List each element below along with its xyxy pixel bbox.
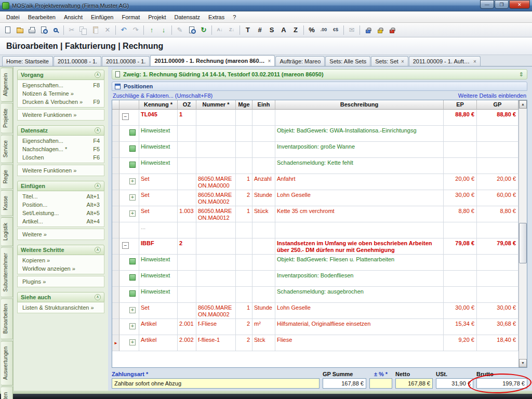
row-selector[interactable]: [112, 110, 119, 126]
table-row-11[interactable]: HinweistextSchadensmeldung: ausgebrochen: [112, 287, 518, 303]
vat-field[interactable]: 31,90 €: [436, 378, 473, 389]
hint-icon[interactable]: [129, 129, 136, 136]
cell-ep[interactable]: 20,00 €: [444, 174, 477, 190]
panel-header[interactable]: Einfügen∧: [17, 181, 104, 191]
table-row-4[interactable]: +Set86050.MAREON.MA00001AnzahlAnfahrt20,…: [112, 174, 518, 190]
vtab-regie[interactable]: Regie: [1, 164, 13, 189]
cell-oz[interactable]: 1: [178, 110, 196, 126]
cell-beschreibung[interactable]: Schadensmeldung: Kette fehlt: [275, 158, 444, 174]
vtab-service[interactable]: Service: [1, 135, 13, 163]
menu-item-format[interactable]: Format: [117, 12, 144, 22]
row-selector[interactable]: [112, 222, 119, 238]
row-selector[interactable]: [112, 142, 119, 158]
tree-cell[interactable]: −: [119, 238, 139, 255]
cell-einh[interactable]: [252, 158, 275, 174]
vtab-büroarbeiten[interactable]: Büroarbeiten: [1, 298, 13, 339]
row-selector[interactable]: [112, 238, 119, 255]
tree-cell[interactable]: +: [119, 174, 139, 190]
sidebar-item[interactable]: Listen & Strukturansichten »: [18, 303, 104, 312]
cell-oz[interactable]: 2.001: [178, 319, 196, 335]
cell-oz[interactable]: [178, 222, 196, 238]
column-header-EP[interactable]: EP: [444, 100, 477, 110]
row-selector[interactable]: [112, 190, 119, 206]
paste-button[interactable]: [90, 24, 101, 36]
cell-einh[interactable]: Stck: [252, 335, 275, 351]
collapse-chevron-icon[interactable]: ∧: [95, 183, 101, 189]
vtab-logistik[interactable]: Logistik: [1, 217, 13, 246]
cell-kennung[interactable]: Hinweistext: [139, 271, 178, 287]
scroll-up-icon[interactable]: ▲: [519, 100, 527, 109]
panel-header[interactable]: Vorgang∧: [17, 70, 104, 80]
vtab-subunternehmer[interactable]: Subunternehmer: [1, 247, 13, 298]
column-header-Einh[interactable]: Einh: [252, 100, 275, 110]
cell-beschreibung[interactable]: Hilfsmaterial, Originalfliese einsetzen: [275, 319, 444, 335]
cell-kennung[interactable]: Artikel: [139, 335, 178, 351]
cell-gp[interactable]: [477, 287, 518, 303]
cell-einh[interactable]: Stunde: [252, 303, 275, 319]
cell-mge[interactable]: 1: [236, 206, 252, 222]
collapse-chevron-icon[interactable]: ∧: [95, 127, 101, 134]
cell-mge[interactable]: [236, 238, 252, 255]
cell-einh[interactable]: [252, 110, 275, 126]
cell-oz[interactable]: [178, 126, 196, 142]
minimize-button[interactable]: —: [480, 0, 494, 9]
sidebar-item[interactable]: Position...Alt+3: [18, 201, 104, 209]
sidebar-item[interactable]: Drucken & Verbuchen »F9: [18, 98, 104, 106]
tab-1[interactable]: 2011.00008 - 1.: [54, 56, 101, 66]
tree-cell[interactable]: [119, 126, 139, 142]
sidebar-item[interactable]: LöschenF6: [18, 153, 104, 162]
gp-sum-field[interactable]: 167,88 €: [323, 378, 366, 389]
cell-nummer[interactable]: [196, 158, 236, 174]
tab-7[interactable]: 2011.00009 - 1. Auftrag (mareon 86050)×: [409, 56, 481, 66]
format-text-button[interactable]: T: [242, 24, 254, 36]
cell-oz[interactable]: [178, 255, 196, 271]
cell-ep[interactable]: [444, 142, 477, 158]
cell-mge[interactable]: [236, 126, 252, 142]
close-button[interactable]: ✕: [509, 0, 530, 9]
expand-item-icon[interactable]: +: [129, 210, 136, 217]
sidebar-item[interactable]: Kopieren »: [18, 256, 104, 264]
vtab-stammdaten[interactable]: Stammdaten: [1, 387, 13, 399]
menu-item-extras[interactable]: Extras: [204, 12, 229, 22]
cell-beschreibung[interactable]: Objekt: BadGewerk: Fliesen u. Plattenarb…: [275, 255, 444, 271]
tree-cell[interactable]: [119, 271, 139, 287]
cell-beschreibung[interactable]: Fliese: [275, 335, 444, 351]
table-row-7[interactable]: ...: [112, 222, 518, 238]
cell-ep[interactable]: 30,00 €: [444, 303, 477, 319]
tab-close-icon[interactable]: ×: [473, 59, 476, 64]
cell-oz[interactable]: [178, 142, 196, 158]
cell-oz[interactable]: [178, 287, 196, 303]
branch-expand-icon[interactable]: ⇕: [519, 71, 524, 78]
cell-mge[interactable]: [236, 222, 252, 238]
cell-nummer[interactable]: [196, 255, 236, 271]
table-row-13[interactable]: +Artikel2.001f-Fliese2m²Hilfsmaterial, O…: [112, 319, 518, 335]
tree-cell[interactable]: −: [119, 110, 139, 126]
sidebar-item[interactable]: Weitere »: [18, 230, 104, 238]
sort-ascending-button[interactable]: A↓: [214, 24, 225, 36]
row-selector[interactable]: [112, 126, 119, 142]
hint-icon[interactable]: [129, 258, 136, 264]
cell-einh[interactable]: [252, 287, 275, 303]
table-row-3[interactable]: HinweistextSchadensmeldung: Kette fehlt: [112, 158, 518, 174]
format-s-button[interactable]: S: [266, 24, 277, 36]
cell-einh[interactable]: [252, 271, 275, 287]
hint-icon[interactable]: [129, 162, 136, 168]
cell-einh[interactable]: [252, 142, 275, 158]
collapse-icon[interactable]: −: [122, 113, 129, 120]
cut-button[interactable]: ✂: [66, 24, 77, 36]
expand-item-icon[interactable]: +: [129, 194, 136, 201]
cell-kennung[interactable]: Set: [139, 303, 178, 319]
menu-item-datei[interactable]: Datei: [2, 12, 24, 22]
menu-item-ansicht[interactable]: Ansicht: [60, 12, 87, 22]
table-row-10[interactable]: HinweistextInventarposition: Bodenfliese…: [112, 271, 518, 287]
cell-gp[interactable]: [477, 126, 518, 142]
cell-einh[interactable]: Stück: [252, 206, 275, 222]
search-button[interactable]: [50, 24, 61, 36]
cell-nummer[interactable]: f-fliese-1: [196, 335, 236, 351]
net-field[interactable]: 167,88 €: [395, 378, 433, 389]
tab-6[interactable]: Sets: Set×: [371, 56, 408, 66]
cell-nummer[interactable]: [196, 287, 236, 303]
cell-beschreibung[interactable]: [275, 110, 444, 126]
cell-ep[interactable]: [444, 158, 477, 174]
cell-nummer[interactable]: 86050.MAREON.MA0002: [196, 303, 236, 319]
